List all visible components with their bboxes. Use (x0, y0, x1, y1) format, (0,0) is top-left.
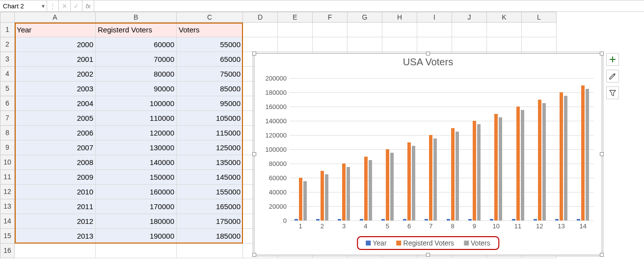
resize-handle[interactable] (600, 152, 604, 156)
bar-registerd-voters-7[interactable] (429, 135, 432, 220)
bar-voters-10[interactable] (499, 117, 502, 220)
cell-B6[interactable]: 100000 (96, 96, 177, 111)
cell-C12[interactable]: 155000 (177, 185, 243, 199)
resize-handle[interactable] (600, 253, 604, 257)
bar-voters-5[interactable] (390, 153, 394, 220)
cell-D2[interactable] (243, 37, 278, 52)
cell-C13[interactable]: 165000 (177, 199, 243, 214)
worksheet[interactable]: ABCDEFGHIJKL 12345678910111213141516 Yea… (0, 12, 644, 273)
cell-I2[interactable] (417, 37, 452, 52)
bar-registerd-voters-6[interactable] (407, 142, 411, 221)
bar-registerd-voters-8[interactable] (451, 128, 455, 221)
cell-C9[interactable]: 125000 (177, 140, 243, 155)
cell-A15[interactable]: 2013 (15, 229, 96, 244)
cell-B12[interactable]: 160000 (96, 185, 177, 199)
cell-L2[interactable] (522, 37, 557, 52)
fx-button[interactable]: fx (82, 0, 94, 11)
cell-A7[interactable]: 2005 (15, 111, 96, 126)
bar-voters-12[interactable] (542, 103, 546, 220)
legend-item-voters[interactable]: Voters (464, 239, 490, 247)
row-header-3[interactable]: 3 (0, 52, 15, 67)
formula-input[interactable] (94, 0, 644, 11)
bar-voters-4[interactable] (369, 160, 372, 220)
row-header-15[interactable]: 15 (0, 229, 15, 244)
column-header-C[interactable]: C (177, 12, 243, 23)
cell-A6[interactable]: 2004 (15, 96, 96, 111)
cell-C3[interactable]: 65000 (177, 52, 243, 67)
cell-C6[interactable]: 95000 (177, 96, 243, 111)
cell-C14[interactable]: 175000 (177, 214, 243, 229)
cell-A8[interactable]: 2006 (15, 126, 96, 140)
cell-I1[interactable] (417, 23, 452, 37)
cell-A16[interactable] (15, 244, 96, 258)
bar-voters-1[interactable] (303, 181, 307, 220)
cell-F1[interactable] (313, 23, 348, 37)
cell-B8[interactable]: 120000 (96, 126, 177, 140)
cell-B4[interactable]: 80000 (96, 67, 177, 82)
row-header-5[interactable]: 5 (0, 82, 15, 96)
cell-B11[interactable]: 150000 (96, 170, 177, 185)
bar-registerd-voters-14[interactable] (581, 85, 585, 221)
cell-B14[interactable]: 180000 (96, 214, 177, 229)
bar-voters-2[interactable] (325, 174, 328, 220)
column-header-A[interactable]: A (15, 12, 96, 23)
row-header-7[interactable]: 7 (0, 111, 15, 126)
bar-registerd-voters-2[interactable] (321, 171, 324, 221)
column-header-H[interactable]: H (382, 12, 417, 23)
bar-voters-7[interactable] (433, 138, 437, 220)
name-box-input[interactable] (2, 2, 45, 10)
row-header-2[interactable]: 2 (0, 37, 15, 52)
cell-K1[interactable] (487, 23, 522, 37)
bar-registerd-voters-5[interactable] (386, 149, 389, 220)
column-header-D[interactable]: D (243, 12, 278, 23)
bar-voters-3[interactable] (347, 167, 350, 220)
cell-D1[interactable] (243, 23, 278, 37)
cell-A9[interactable]: 2007 (15, 140, 96, 155)
cell-F2[interactable] (313, 37, 348, 52)
cell-A11[interactable]: 2009 (15, 170, 96, 185)
legend-item-year[interactable]: Year (366, 239, 386, 247)
cell-A14[interactable]: 2012 (15, 214, 96, 229)
cell-A4[interactable]: 2002 (15, 67, 96, 82)
row-header-9[interactable]: 9 (0, 140, 15, 155)
resize-handle[interactable] (252, 152, 256, 156)
bar-voters-6[interactable] (412, 146, 415, 220)
column-header-K[interactable]: K (487, 12, 522, 23)
column-header-E[interactable]: E (278, 12, 313, 23)
column-header-L[interactable]: L (522, 12, 557, 23)
bar-voters-13[interactable] (564, 96, 567, 220)
row-header-16[interactable]: 16 (0, 244, 15, 258)
cell-A12[interactable]: 2010 (15, 185, 96, 199)
cell-E1[interactable] (278, 23, 313, 37)
cell-B2[interactable]: 60000 (96, 37, 177, 52)
bar-voters-14[interactable] (586, 89, 589, 220)
name-box[interactable]: ▼ (0, 0, 47, 11)
cell-B7[interactable]: 110000 (96, 111, 177, 126)
row-header-11[interactable]: 11 (0, 170, 15, 185)
cell-B3[interactable]: 70000 (96, 52, 177, 67)
cell-C11[interactable]: 145000 (177, 170, 243, 185)
cell-B9[interactable]: 130000 (96, 140, 177, 155)
cell-C4[interactable]: 75000 (177, 67, 243, 82)
cell-J2[interactable] (452, 37, 487, 52)
cell-A5[interactable]: 2003 (15, 82, 96, 96)
cell-B15[interactable]: 190000 (96, 229, 177, 244)
chart-object[interactable]: USA Voters 02000040000600008000010000012… (254, 53, 602, 255)
chart-title[interactable]: USA Voters (254, 54, 602, 68)
bar-registerd-voters-1[interactable] (299, 178, 302, 220)
cell-H2[interactable] (382, 37, 417, 52)
cell-A13[interactable]: 2011 (15, 199, 96, 214)
cell-C15[interactable]: 185000 (177, 229, 243, 244)
row-header-10[interactable]: 10 (0, 155, 15, 170)
cell-B10[interactable]: 140000 (96, 155, 177, 170)
cell-H1[interactable] (382, 23, 417, 37)
cell-K2[interactable] (487, 37, 522, 52)
cell-G2[interactable] (348, 37, 382, 52)
row-header-8[interactable]: 8 (0, 126, 15, 140)
bar-registerd-voters-10[interactable] (494, 114, 498, 221)
cell-C1[interactable]: Voters (177, 23, 243, 37)
cell-B16[interactable] (96, 244, 177, 258)
chart-legend[interactable]: YearRegisterd VotersVoters (357, 236, 499, 250)
cell-A3[interactable]: 2001 (15, 52, 96, 67)
bar-registerd-voters-11[interactable] (516, 107, 520, 220)
